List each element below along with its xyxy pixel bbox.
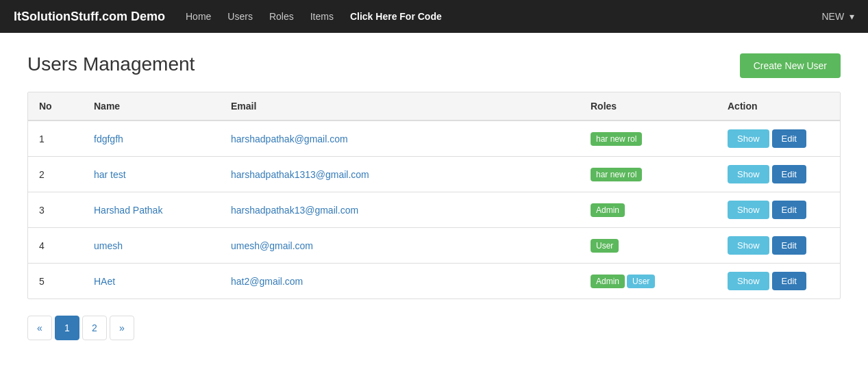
create-new-user-button[interactable]: Create New User: [740, 53, 841, 78]
user-name-link-1[interactable]: har test: [94, 169, 126, 180]
role-badge: User: [627, 275, 655, 288]
cell-email-0: harshadpathak@gmail.com: [220, 120, 580, 157]
cell-email-4: hat2@gmail.com: [220, 264, 580, 299]
cell-no-0: 1: [28, 120, 83, 157]
main-content: Users Management Create New User No Name…: [0, 33, 868, 361]
cell-no-4: 5: [28, 264, 83, 299]
show-button-3[interactable]: Show: [728, 236, 769, 255]
user-email-link-0[interactable]: harshadpathak@gmail.com: [231, 133, 348, 144]
navbar-links: HomeUsersRolesItemsClick Here For Code: [186, 11, 819, 22]
user-name-link-4[interactable]: HAet: [94, 276, 115, 287]
show-button-0[interactable]: Show: [728, 129, 769, 148]
cell-name-0[interactable]: fdgfgfh: [83, 120, 220, 157]
user-email-link-2[interactable]: harshadpathak13@gmail.com: [231, 205, 358, 216]
role-badge: har new rol: [591, 168, 642, 181]
edit-button-3[interactable]: Edit: [772, 236, 806, 255]
cell-roles-3: User: [580, 228, 717, 264]
user-name-link-0[interactable]: fdgfgfh: [94, 133, 123, 144]
navbar-link-users[interactable]: Users: [227, 11, 253, 22]
cell-email-1: harshadpathak1313@gmail.com: [220, 157, 580, 192]
navbar-caret-icon: ▾: [850, 11, 854, 22]
cell-action-0: ShowEdit: [717, 120, 840, 157]
edit-button-4[interactable]: Edit: [772, 272, 806, 290]
user-name-link-3[interactable]: umesh: [94, 240, 123, 251]
show-button-1[interactable]: Show: [728, 165, 769, 183]
table-row: 1fdgfgfhharshadpathak@gmail.comhar new r…: [28, 120, 840, 157]
col-header-roles: Roles: [580, 92, 717, 120]
header-row: Users Management Create New User: [27, 53, 841, 78]
role-badge: Admin: [591, 203, 625, 217]
cell-email-2: harshadpathak13@gmail.com: [220, 192, 580, 228]
navbar-link-home[interactable]: Home: [186, 11, 211, 22]
pagination-next[interactable]: »: [110, 316, 134, 340]
page-title: Users Management: [27, 53, 195, 75]
pagination-prev[interactable]: «: [27, 316, 52, 340]
cell-action-4: ShowEdit: [717, 264, 840, 299]
role-badge: Admin: [591, 275, 625, 288]
col-header-action: Action: [717, 92, 840, 120]
show-button-2[interactable]: Show: [728, 201, 769, 219]
navbar-link-items[interactable]: Items: [310, 11, 334, 22]
navbar-brand: ItSolutionStuff.com Demo: [14, 10, 165, 24]
col-header-no: No: [28, 92, 83, 120]
cell-no-1: 2: [28, 157, 83, 192]
users-table-wrapper: No Name Email Roles Action 1fdgfgfhharsh…: [27, 92, 841, 299]
col-header-name: Name: [83, 92, 220, 120]
role-badge: har new rol: [591, 132, 642, 146]
pagination-page-2[interactable]: 2: [82, 316, 107, 340]
navbar-new-dropdown[interactable]: NEW ▾: [819, 11, 854, 22]
edit-button-0[interactable]: Edit: [772, 129, 806, 148]
navbar: ItSolutionStuff.com Demo HomeUsersRolesI…: [0, 0, 868, 33]
cell-name-4[interactable]: HAet: [83, 264, 220, 299]
cell-roles-2: Admin: [580, 192, 717, 228]
user-name-link-2[interactable]: Harshad Pathak: [94, 205, 162, 216]
pagination-page-1[interactable]: 1: [55, 316, 79, 340]
table-row: 2har testharshadpathak1313@gmail.comhar …: [28, 157, 840, 192]
cell-name-1[interactable]: har test: [83, 157, 220, 192]
table-row: 3Harshad Pathakharshadpathak13@gmail.com…: [28, 192, 840, 228]
users-table: No Name Email Roles Action 1fdgfgfhharsh…: [28, 92, 840, 298]
cell-name-3[interactable]: umesh: [83, 228, 220, 264]
user-email-link-3[interactable]: umesh@gmail.com: [231, 240, 313, 251]
navbar-new-label: NEW: [821, 11, 844, 22]
table-header: No Name Email Roles Action: [28, 92, 840, 120]
cell-action-2: ShowEdit: [717, 192, 840, 228]
cell-roles-1: har new rol: [580, 157, 717, 192]
cell-name-2[interactable]: Harshad Pathak: [83, 192, 220, 228]
cell-no-3: 4: [28, 228, 83, 264]
table-body: 1fdgfgfhharshadpathak@gmail.comhar new r…: [28, 120, 840, 298]
table-row: 4umeshumesh@gmail.comUserShowEdit: [28, 228, 840, 264]
cell-action-3: ShowEdit: [717, 228, 840, 264]
navbar-link-roles[interactable]: Roles: [269, 11, 294, 22]
edit-button-1[interactable]: Edit: [772, 165, 806, 183]
pagination: «12»: [27, 316, 841, 340]
navbar-link-click-here-for-code[interactable]: Click Here For Code: [350, 11, 442, 22]
cell-roles-4: AdminUser: [580, 264, 717, 299]
user-email-link-1[interactable]: harshadpathak1313@gmail.com: [231, 169, 369, 180]
user-email-link-4[interactable]: hat2@gmail.com: [231, 276, 303, 287]
show-button-4[interactable]: Show: [728, 272, 769, 290]
cell-no-2: 3: [28, 192, 83, 228]
cell-action-1: ShowEdit: [717, 157, 840, 192]
col-header-email: Email: [220, 92, 580, 120]
role-badge: User: [591, 239, 619, 253]
cell-roles-0: har new rol: [580, 120, 717, 157]
edit-button-2[interactable]: Edit: [772, 201, 806, 219]
table-row: 5HAethat2@gmail.comAdminUserShowEdit: [28, 264, 840, 299]
cell-email-3: umesh@gmail.com: [220, 228, 580, 264]
